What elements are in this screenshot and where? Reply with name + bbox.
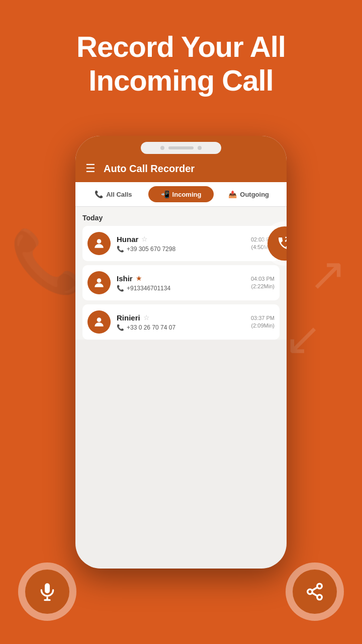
avatar-rinieri xyxy=(87,310,111,334)
bg-deco-arrow-right: ↙ xyxy=(309,252,347,304)
call-list: Today Hunar ☆ 📞 +39 305 670 7298 xyxy=(75,207,287,340)
fab-mic-button[interactable] xyxy=(25,570,69,614)
call-item-hunar[interactable]: Hunar ☆ 📞 +39 305 670 7298 02:03 PM (4:5… xyxy=(82,226,280,261)
tab-outgoing-icon: 📤 xyxy=(228,190,237,198)
tab-all-calls[interactable]: 📞 All Calls xyxy=(80,186,146,202)
notch-dot-right xyxy=(198,146,202,150)
svg-point-1 xyxy=(97,278,102,283)
section-today-label: Today xyxy=(82,207,280,226)
avatar-ishir xyxy=(87,271,111,294)
phone-mockup: ☰ Auto Call Recorder 📞 All Calls 📲 Incom… xyxy=(75,136,287,569)
call-item-ishir[interactable]: Ishir ★ 📞 +913346701134 04:03 PM (2:22Mi… xyxy=(82,265,280,300)
call-time-ishir: 04:03 PM (2:22Min) xyxy=(251,275,275,291)
hamburger-icon[interactable]: ☰ xyxy=(85,162,96,175)
bg-deco-phone-left: 📞 xyxy=(10,226,85,297)
app-title-label: Auto Call Recorder xyxy=(104,163,195,175)
call-info-rinieri: Rinieri ☆ 📞 +33 0 26 70 74 07 xyxy=(117,313,245,331)
notch-bar xyxy=(168,146,194,149)
phone-icon-ishir: 📞 xyxy=(117,285,124,292)
avatar-hunar xyxy=(87,232,111,255)
phone-icon-rinieri: 📞 xyxy=(117,324,124,331)
tab-bar: 📞 All Calls 📲 Incoming 📤 Outgoing xyxy=(75,182,287,207)
call-item-rinieri[interactable]: Rinieri ☆ 📞 +33 0 26 70 74 07 03:37 PM (… xyxy=(82,304,280,340)
tab-incoming[interactable]: 📲 Incoming xyxy=(148,186,214,202)
svg-point-2 xyxy=(97,317,102,322)
call-info-ishir: Ishir ★ 📞 +913346701134 xyxy=(117,274,245,292)
tab-outgoing[interactable]: 📤 Outgoing xyxy=(216,186,282,202)
hero-title: Record Your All Incoming Call xyxy=(0,0,362,117)
svg-point-0 xyxy=(97,239,102,244)
svg-line-7 xyxy=(312,593,318,596)
star-hunar: ☆ xyxy=(141,235,148,243)
fab-share-button[interactable] xyxy=(293,570,337,614)
star-rinieri: ☆ xyxy=(143,313,150,321)
svg-line-8 xyxy=(312,587,318,590)
notch-dot-left xyxy=(160,146,164,150)
call-time-rinieri: 03:37 PM (2:09Min) xyxy=(251,314,275,330)
phone-icon-hunar: 📞 xyxy=(117,246,124,253)
phone-notch xyxy=(141,142,221,154)
tab-all-calls-icon: 📞 xyxy=(95,190,103,198)
bg-deco-arrow-right2: ↙ xyxy=(284,312,322,365)
tab-incoming-icon: 📲 xyxy=(161,190,169,198)
svg-rect-3 xyxy=(45,583,50,593)
call-info-hunar: Hunar ☆ 📞 +39 305 670 7298 xyxy=(117,235,245,253)
star-ishir: ★ xyxy=(136,274,142,282)
